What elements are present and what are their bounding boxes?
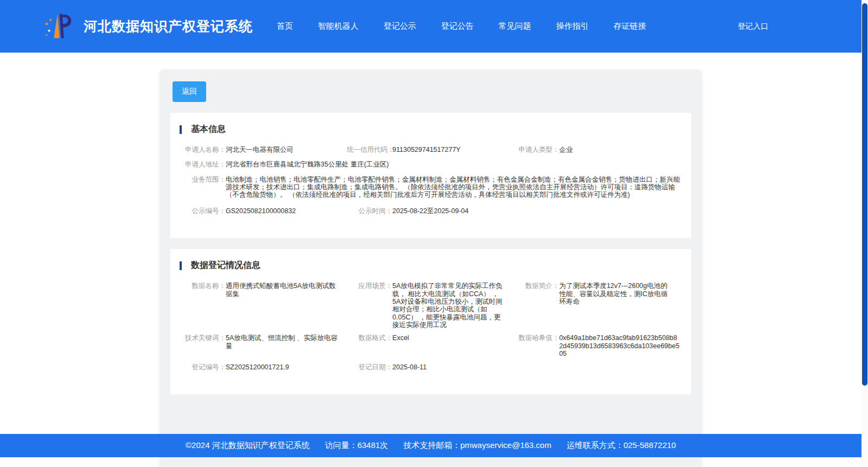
basic-info-title-row: 基本信息 bbox=[180, 124, 680, 135]
field-applicant-address: 申请人地址： 河北省邢台市巨鹿县城北宁魏路35公里处 董庄(工业区) bbox=[180, 161, 680, 168]
nav-item-guide[interactable]: 操作指引 bbox=[556, 21, 589, 31]
data-format-value: Excel bbox=[392, 334, 409, 342]
reg-date-value: 2025-08-11 bbox=[392, 363, 426, 371]
field-tech-keywords: 技术关键词： 5A放电测试、恒流控制 、实际放电容量 bbox=[180, 334, 347, 357]
field-empty bbox=[514, 207, 680, 215]
footer-support-email: 技术支持邮箱：pmwayservice@163.com bbox=[403, 440, 551, 451]
scrollbar-thumb[interactable] bbox=[862, 3, 867, 386]
notice-no-label: 公示编号： bbox=[180, 207, 226, 215]
field-application-scenario: 应用场景： 5A放电模拟了非常常见的实际工作负载， 相比大电流测试（如CCA） … bbox=[347, 282, 513, 329]
app-title: 河北数据知识产权登记系统 bbox=[84, 17, 253, 35]
notice-time-value: 2025-08-22至2025-09-04 bbox=[392, 207, 468, 215]
footer-visits-count: 访问量：63481次 bbox=[325, 440, 388, 451]
reg-no-label: 登记编号： bbox=[180, 363, 226, 371]
business-scope-label: 业务范围： bbox=[180, 176, 226, 183]
tech-keywords-value: 5A放电测试、恒流控制 、实际放电容量 bbox=[226, 334, 338, 350]
data-name-value: 通用便携式铅酸蓄电池5A放电测试数据集 bbox=[226, 282, 338, 298]
app-header: 河北数据知识产权登记系统 首页 智能机器人 登记公示 登记公告 常见问题 操作指… bbox=[0, 0, 861, 53]
notice-no-value: GS2025082100000832 bbox=[226, 207, 296, 215]
field-data-hash: 数据哈希值： 0x649a1bbe71d63ac9fab91623b508b82… bbox=[514, 334, 680, 357]
nav-item-evidence-link[interactable]: 存证链接 bbox=[614, 21, 646, 31]
vertical-scrollbar[interactable] bbox=[861, 0, 868, 467]
credit-code-label: 统一信用代码： bbox=[347, 146, 392, 153]
field-empty bbox=[514, 363, 680, 371]
nav-item-faq[interactable]: 常见问题 bbox=[499, 21, 531, 31]
field-business-scope: 业务范围： 电池制造；电池销售；电池零配件生产；电池零配件销售；金属材料制造；金… bbox=[180, 176, 680, 199]
notice-time-label: 公示时间： bbox=[347, 207, 392, 215]
reg-date-label: 登记日期： bbox=[347, 363, 392, 371]
basic-info-title: 基本信息 bbox=[191, 124, 226, 135]
applicant-type-label: 申请人类型： bbox=[514, 146, 559, 153]
applicant-address-value: 河北省邢台市巨鹿县城北宁魏路35公里处 董庄(工业区) bbox=[226, 161, 680, 168]
application-scenario-value: 5A放电模拟了非常常见的实际工作负载， 相比大电流测试（如CCA） ，5A对设备… bbox=[392, 282, 505, 329]
field-credit-code: 统一信用代码： 91130529741517277Y bbox=[347, 146, 513, 153]
applicant-name-value: 河北天一电器有限公司 bbox=[226, 146, 293, 153]
business-scope-value: 电池制造；电池销售；电池零配件生产；电池零配件销售；金属材料制造；金属材料销售；… bbox=[226, 176, 680, 199]
data-hash-label: 数据哈希值： bbox=[514, 334, 559, 342]
applicant-name-label: 申请人名称： bbox=[180, 146, 226, 153]
page-footer: ©2024 河北数据知识产权登记系统 访问量：63481次 技术支持邮箱：pmw… bbox=[0, 434, 861, 457]
applicant-type-value: 企业 bbox=[559, 146, 573, 153]
field-reg-no: 登记编号： SZ2025120001721.9 bbox=[180, 363, 347, 371]
registration-info-panel: 数据登记情况信息 数据名称： 通用便携式铅酸蓄电池5A放电测试数据集 应用场景：… bbox=[170, 249, 691, 394]
nav-item-announcement[interactable]: 登记公告 bbox=[441, 21, 474, 31]
data-name-label: 数据名称： bbox=[180, 282, 226, 290]
app-logo-icon bbox=[42, 11, 74, 42]
registration-entry-link[interactable]: 登记入口 bbox=[738, 22, 768, 31]
footer-copyright: ©2024 河北数据知识产权登记系统 bbox=[186, 440, 310, 451]
section-marker-bar bbox=[180, 125, 182, 134]
application-scenario-label: 应用场景： bbox=[347, 282, 392, 290]
main-nav: 首页 智能机器人 登记公示 登记公告 常见问题 操作指引 存证链接 bbox=[277, 21, 646, 31]
tech-keywords-label: 技术关键词： bbox=[180, 334, 226, 342]
data-format-label: 数据格式： bbox=[347, 334, 392, 342]
applicant-address-label: 申请人地址： bbox=[180, 161, 226, 168]
data-summary-value: 为了测试本季度12v7---2600g电池的性能、容量以及稳定性，测IC放电循环… bbox=[559, 282, 672, 305]
credit-code-value: 91130529741517277Y bbox=[392, 146, 461, 153]
field-data-summary: 数据简介： 为了测试本季度12v7---2600g电池的性能、容量以及稳定性，测… bbox=[514, 282, 680, 329]
data-summary-label: 数据简介： bbox=[514, 282, 559, 290]
footer-ops-phone: 运维联系方式：025-58872210 bbox=[566, 440, 676, 451]
field-data-format: 数据格式： Excel bbox=[347, 334, 513, 357]
section-marker-bar bbox=[180, 261, 182, 270]
nav-item-home[interactable]: 首页 bbox=[277, 21, 293, 31]
field-data-name: 数据名称： 通用便携式铅酸蓄电池5A放电测试数据集 bbox=[180, 282, 347, 329]
registration-info-title: 数据登记情况信息 bbox=[191, 260, 260, 271]
brand: 河北数据知识产权登记系统 bbox=[42, 11, 253, 42]
field-reg-date: 登记日期： 2025-08-11 bbox=[347, 363, 513, 371]
reg-no-value: SZ2025120001721.9 bbox=[226, 363, 289, 371]
nav-item-publicity[interactable]: 登记公示 bbox=[384, 21, 416, 31]
content-card: 返回 基本信息 申请人名称： 河北天一电器有限公司 统一信用代码： 911305… bbox=[159, 69, 702, 467]
data-hash-value: 0x649a1bbe71d63ac9fab91623b508b82d45939b… bbox=[559, 334, 680, 357]
basic-info-panel: 基本信息 申请人名称： 河北天一电器有限公司 统一信用代码： 911305297… bbox=[170, 113, 691, 238]
registration-info-title-row: 数据登记情况信息 bbox=[180, 260, 680, 271]
field-applicant-type: 申请人类型： 企业 bbox=[514, 146, 680, 153]
back-button[interactable]: 返回 bbox=[173, 81, 206, 102]
field-applicant-name: 申请人名称： 河北天一电器有限公司 bbox=[180, 146, 347, 153]
field-notice-no: 公示编号： GS2025082100000832 bbox=[180, 207, 347, 215]
field-notice-time: 公示时间： 2025-08-22至2025-09-04 bbox=[347, 207, 513, 215]
nav-item-robot[interactable]: 智能机器人 bbox=[318, 21, 359, 31]
